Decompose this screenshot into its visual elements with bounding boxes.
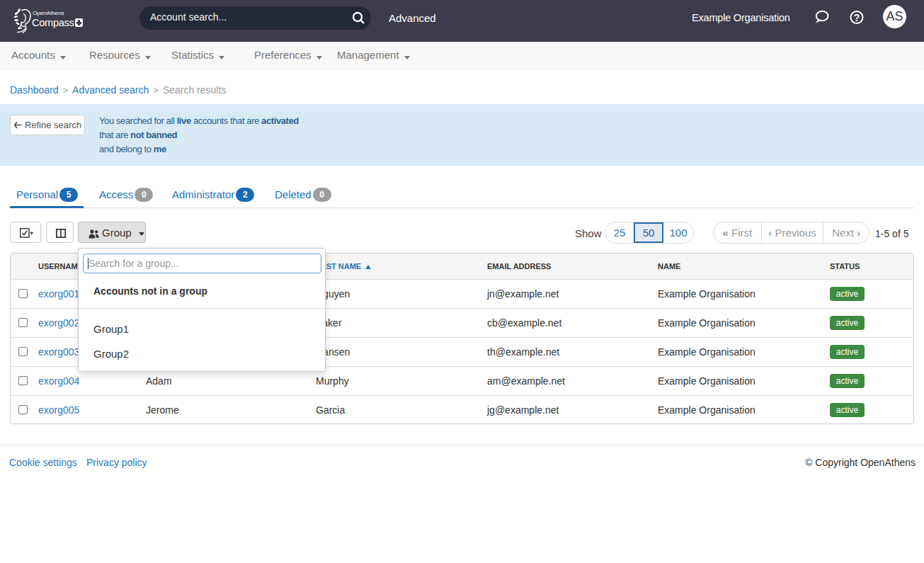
- svg-text:?: ?: [854, 12, 860, 23]
